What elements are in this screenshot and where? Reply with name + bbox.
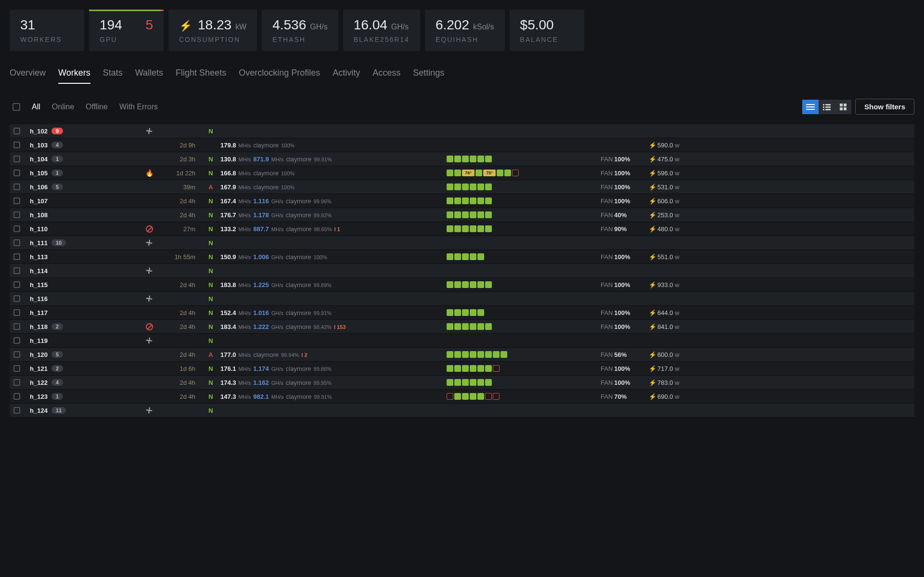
- worker-row[interactable]: h_119N: [10, 334, 914, 348]
- worker-row[interactable]: h_12052d 4hA177.0MH/sclaymore99.94%I 2FA…: [10, 348, 914, 362]
- gpu-block: [462, 253, 469, 260]
- view-compact-icon[interactable]: [819, 100, 835, 114]
- row-checkbox[interactable]: [13, 337, 20, 344]
- row-checkbox[interactable]: [13, 197, 20, 204]
- row-checkbox[interactable]: [13, 309, 20, 316]
- row-checkbox[interactable]: [13, 170, 20, 176]
- worker-row[interactable]: h_12121d 6hN176.1MH/s1.174GH/sclaymore99…: [10, 362, 914, 376]
- tab-activity[interactable]: Activity: [333, 63, 360, 84]
- tab-stats[interactable]: Stats: [103, 63, 123, 84]
- worker-row[interactable]: h_11110N: [10, 236, 914, 250]
- stat-consumption-label: CONSUMPTION: [179, 36, 246, 43]
- worker-row[interactable]: h_1072d 4hN167.4MH/s1.116GH/sclaymore99.…: [10, 194, 914, 208]
- row-checkbox[interactable]: [13, 128, 20, 134]
- stat-workers[interactable]: 31 WORKERS: [10, 10, 84, 51]
- stat-ethash[interactable]: 4.536GH/s ETHASH: [262, 10, 338, 51]
- tab-wallets[interactable]: Wallets: [135, 63, 163, 84]
- gpu-block: [470, 197, 476, 204]
- worker-row[interactable]: h_1131h 55mN150.9MH/s1.006GH/sclaymore10…: [10, 250, 914, 264]
- filter-offline[interactable]: Offline: [86, 103, 108, 111]
- gpu-block: [470, 211, 476, 218]
- svg-rect-9: [840, 104, 843, 106]
- worker-row[interactable]: h_12312d 4hN147.3MH/s982.1MH/sclaymore99…: [10, 390, 914, 404]
- stat-equihash[interactable]: 6.202kSol/s EQUIHASH: [425, 10, 505, 51]
- worker-row[interactable]: h_10342d 9h179.8MH/sclaymore100%⚡590.0 w: [10, 138, 914, 152]
- status-flag: N: [201, 211, 220, 219]
- worker-row[interactable]: h_12411N: [10, 404, 914, 418]
- gpu-status-bar: [447, 351, 601, 358]
- worker-row[interactable]: h_11027mN133.2MH/s887.7MH/sclaymore98.65…: [10, 222, 914, 236]
- worker-row[interactable]: h_1172d 4hN152.4MH/s1.016GH/sclaymore99.…: [10, 306, 914, 320]
- view-grid-icon[interactable]: [835, 100, 851, 114]
- fan-icon: [145, 337, 153, 344]
- row-checkbox[interactable]: [13, 239, 20, 246]
- worker-row[interactable]: h_1082d 4hN176.7MH/s1.178GH/sclaymore99.…: [10, 208, 914, 222]
- svg-rect-3: [823, 104, 824, 105]
- uptime: 1h 55m: [163, 253, 201, 261]
- bolt-icon: ⚡: [179, 20, 192, 32]
- row-checkbox[interactable]: [13, 142, 20, 148]
- worker-row[interactable]: h_114N: [10, 264, 914, 278]
- power-draw: ⚡644.0 w: [649, 309, 678, 316]
- gpu-status-bar: [447, 253, 601, 260]
- row-checkbox[interactable]: [13, 295, 20, 302]
- power-draw: ⚡531.0 w: [649, 184, 678, 191]
- worker-badge: 5: [51, 184, 63, 190]
- gpu-block: [462, 365, 469, 372]
- stat-consumption[interactable]: ⚡18.23kW CONSUMPTION: [168, 10, 257, 51]
- worker-name: h_117: [30, 309, 136, 316]
- uptime: 2d 4h: [163, 323, 201, 330]
- row-checkbox[interactable]: [13, 253, 20, 260]
- worker-name: h_1051: [30, 170, 136, 177]
- row-checkbox[interactable]: [13, 281, 20, 288]
- stat-ethash-label: ETHASH: [272, 36, 328, 43]
- stat-blake[interactable]: 16.04GH/s BLAKE256R14: [343, 10, 420, 51]
- worker-row[interactable]: h_11822d 4hN183.4MH/s1.222GH/sclaymore98…: [10, 320, 914, 334]
- row-checkbox[interactable]: [13, 365, 20, 372]
- stat-equihash-unit: kSol/s: [473, 23, 494, 31]
- power-draw: ⚡551.0 w: [649, 253, 678, 261]
- row-checkbox[interactable]: [13, 211, 20, 218]
- worker-row[interactable]: h_106539mA167.9MH/sclaymore100%FAN100%⚡5…: [10, 180, 914, 194]
- gpu-status-bar: [447, 156, 601, 162]
- tab-access[interactable]: Access: [372, 63, 400, 84]
- gpu-block: [462, 351, 469, 358]
- filter-all[interactable]: All: [32, 103, 40, 111]
- row-checkbox[interactable]: [13, 225, 20, 232]
- workers-list: h_1029Nh_10342d 9h179.8MH/sclaymore100%⚡…: [10, 124, 914, 418]
- tab-overview[interactable]: Overview: [10, 63, 46, 84]
- show-filters-button[interactable]: Show filters: [855, 99, 914, 115]
- tab-workers[interactable]: Workers: [58, 63, 90, 84]
- gpu-block: [485, 393, 492, 400]
- worker-row[interactable]: h_116N: [10, 292, 914, 306]
- filter-online[interactable]: Online: [52, 103, 74, 111]
- view-list-icon[interactable]: [802, 100, 819, 114]
- filter-with-errors[interactable]: With Errors: [119, 103, 158, 111]
- select-all-checkbox[interactable]: [13, 103, 20, 111]
- row-checkbox[interactable]: [13, 407, 20, 414]
- fan-speed: FAN100%: [601, 170, 649, 177]
- row-checkbox[interactable]: [13, 267, 20, 274]
- hashrate: 130.8MH/s871.9MH/sclaymore99.91%: [220, 156, 447, 163]
- row-checkbox[interactable]: [13, 184, 20, 190]
- row-checkbox[interactable]: [13, 379, 20, 386]
- worker-badge: 2: [51, 365, 63, 372]
- gpu-status-bar: [447, 225, 601, 232]
- stat-gpu[interactable]: 1945 GPU: [89, 10, 164, 51]
- tab-flight-sheets[interactable]: Flight Sheets: [176, 63, 226, 84]
- worker-row[interactable]: h_1152d 4hN183.8MH/s1.225GH/sclaymore99.…: [10, 278, 914, 292]
- worker-row[interactable]: h_1051🔥1d 22hN166.8MH/sclaymore100%76°75…: [10, 166, 914, 180]
- row-checkbox[interactable]: [13, 323, 20, 330]
- tab-overclocking-profiles[interactable]: Overclocking Profiles: [239, 63, 320, 84]
- worker-name: h_1231: [30, 393, 136, 400]
- worker-row[interactable]: h_1029N: [10, 124, 914, 138]
- stat-balance[interactable]: $5.00 BALANCE: [510, 10, 584, 51]
- tab-settings[interactable]: Settings: [413, 63, 444, 84]
- row-checkbox[interactable]: [13, 156, 20, 162]
- row-checkbox[interactable]: [13, 393, 20, 400]
- worker-row[interactable]: h_12242d 4hN174.3MH/s1.162GH/sclaymore99…: [10, 376, 914, 390]
- gpu-block: [477, 309, 484, 316]
- fan-icon: [145, 239, 153, 247]
- worker-row[interactable]: h_10412d 3hN130.8MH/s871.9MH/sclaymore99…: [10, 152, 914, 166]
- row-checkbox[interactable]: [13, 351, 20, 358]
